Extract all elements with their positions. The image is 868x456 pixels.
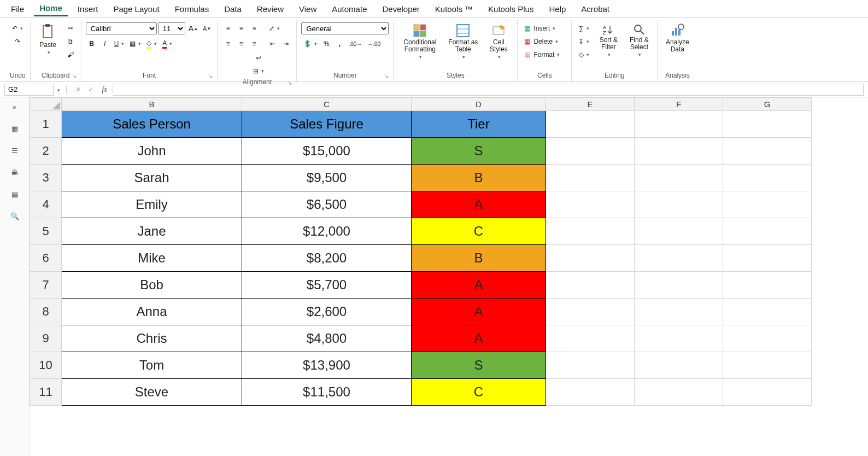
cell-person[interactable]: Steve bbox=[62, 379, 242, 406]
format-as-table-button[interactable]: Format as Table bbox=[445, 22, 481, 61]
paste-button[interactable]: Paste bbox=[35, 22, 61, 56]
cell[interactable] bbox=[635, 299, 723, 325]
cell-figure[interactable]: $9,500 bbox=[242, 165, 412, 191]
italic-button[interactable]: I bbox=[99, 38, 111, 50]
cell[interactable] bbox=[635, 138, 723, 165]
increase-font-button[interactable]: A▴ bbox=[186, 22, 200, 34]
row-header-1[interactable]: 1 bbox=[30, 111, 62, 138]
format-painter-button[interactable]: 🖌 bbox=[64, 49, 77, 61]
enter-formula-button[interactable]: ✓ bbox=[86, 85, 96, 93]
cell-tier[interactable]: C bbox=[412, 379, 546, 406]
cut-button[interactable]: ✂ bbox=[64, 22, 77, 34]
column-header-G[interactable]: G bbox=[723, 98, 812, 111]
delete-cells-button[interactable]: ▦Delete bbox=[522, 36, 567, 48]
cell[interactable] bbox=[723, 299, 812, 325]
decrease-indent-button[interactable]: ⇤ bbox=[267, 38, 279, 50]
sort-filter-button[interactable]: AZ Sort & Filter bbox=[595, 22, 622, 59]
row-header-7[interactable]: 7 bbox=[30, 272, 62, 299]
autosum-button[interactable]: ∑ bbox=[576, 22, 591, 34]
table-header-cell[interactable]: Sales Person bbox=[62, 111, 242, 138]
cancel-formula-button[interactable]: ✕ bbox=[73, 85, 84, 93]
table-header-cell[interactable]: Sales Figure bbox=[242, 111, 412, 138]
font-color-button[interactable]: A bbox=[160, 38, 174, 50]
cell-tier[interactable]: B bbox=[412, 165, 546, 191]
name-box-dropdown[interactable] bbox=[56, 85, 60, 93]
cell[interactable] bbox=[635, 325, 723, 352]
cell-tier[interactable]: A bbox=[412, 325, 546, 352]
cell[interactable] bbox=[546, 165, 635, 191]
percent-button[interactable]: % bbox=[320, 38, 332, 50]
menu-tab-kutools-[interactable]: Kutools ™ bbox=[430, 2, 478, 16]
insert-cells-button[interactable]: ▦Insert bbox=[522, 22, 567, 34]
cell-figure[interactable]: $6,500 bbox=[242, 191, 412, 218]
redo-button[interactable]: ↷ bbox=[10, 36, 25, 48]
siderail-btn-4[interactable]: ▤ bbox=[7, 188, 22, 200]
cell[interactable] bbox=[723, 191, 812, 218]
cell[interactable] bbox=[546, 218, 635, 245]
cell[interactable] bbox=[635, 191, 723, 218]
cell[interactable] bbox=[546, 325, 635, 352]
find-select-button[interactable]: Find & Select bbox=[625, 22, 653, 59]
siderail-btn-5[interactable]: 🔍 bbox=[7, 210, 22, 222]
align-top-button[interactable]: ≡ bbox=[222, 22, 234, 34]
column-header-E[interactable]: E bbox=[546, 98, 635, 111]
fill-button[interactable]: ↧ bbox=[576, 36, 591, 48]
menu-tab-page-layout[interactable]: Page Layout bbox=[108, 2, 165, 16]
column-header-F[interactable]: F bbox=[635, 98, 723, 111]
cell[interactable] bbox=[546, 111, 635, 138]
cell[interactable] bbox=[546, 245, 635, 272]
cell[interactable] bbox=[635, 272, 723, 299]
cell[interactable] bbox=[723, 272, 812, 299]
cell-figure[interactable]: $5,700 bbox=[242, 272, 412, 299]
cell[interactable] bbox=[546, 191, 635, 218]
comma-button[interactable]: , bbox=[333, 38, 345, 50]
bold-button[interactable]: B bbox=[86, 38, 98, 50]
row-header-4[interactable]: 4 bbox=[30, 191, 62, 218]
cell-figure[interactable]: $13,900 bbox=[242, 352, 412, 379]
cell-person[interactable]: Chris bbox=[62, 325, 242, 352]
menu-tab-formulas[interactable]: Formulas bbox=[169, 2, 215, 16]
cell[interactable] bbox=[635, 245, 723, 272]
cell[interactable] bbox=[546, 272, 635, 299]
cell-person[interactable]: Mike bbox=[62, 245, 242, 272]
cell[interactable] bbox=[546, 299, 635, 325]
cell-person[interactable]: Jane bbox=[62, 218, 242, 245]
cell[interactable] bbox=[723, 245, 812, 272]
cell[interactable] bbox=[635, 165, 723, 191]
cell[interactable] bbox=[723, 165, 812, 191]
cell[interactable] bbox=[723, 138, 812, 165]
cell-figure[interactable]: $11,500 bbox=[242, 379, 412, 406]
format-cells-button[interactable]: ▦Format bbox=[522, 49, 567, 61]
select-all-corner[interactable] bbox=[30, 98, 62, 111]
number-format-select[interactable]: General bbox=[301, 22, 389, 34]
cell-tier[interactable]: C bbox=[412, 218, 546, 245]
cell-tier[interactable]: S bbox=[412, 138, 546, 165]
menu-tab-data[interactable]: Data bbox=[219, 2, 247, 16]
cell-figure[interactable]: $4,800 bbox=[242, 325, 412, 352]
cell-tier[interactable]: A bbox=[412, 191, 546, 218]
cell-tier[interactable]: A bbox=[412, 299, 546, 325]
align-middle-button[interactable]: ≡ bbox=[235, 22, 247, 34]
row-header-5[interactable]: 5 bbox=[30, 218, 62, 245]
cell-figure[interactable]: $2,600 bbox=[242, 299, 412, 325]
menu-tab-acrobat[interactable]: Acrobat bbox=[576, 2, 615, 16]
orientation-button[interactable]: ⤢ bbox=[267, 22, 282, 34]
clear-button[interactable]: ◇ bbox=[576, 49, 591, 61]
cell[interactable] bbox=[723, 218, 812, 245]
cell[interactable] bbox=[546, 379, 635, 406]
align-center-button[interactable]: ≡ bbox=[235, 38, 247, 50]
cell-figure[interactable]: $15,000 bbox=[242, 138, 412, 165]
cell[interactable] bbox=[546, 138, 635, 165]
conditional-formatting-button[interactable]: Conditional Formatting bbox=[398, 22, 442, 61]
cell[interactable] bbox=[546, 352, 635, 379]
row-header-8[interactable]: 8 bbox=[30, 299, 62, 325]
cell[interactable] bbox=[723, 379, 812, 406]
cell-person[interactable]: John bbox=[62, 138, 242, 165]
analyze-data-button[interactable]: Analyze Data bbox=[662, 22, 693, 54]
row-header-11[interactable]: 11 bbox=[30, 379, 62, 406]
cell-figure[interactable]: $8,200 bbox=[242, 245, 412, 272]
cell-person[interactable]: Tom bbox=[62, 352, 242, 379]
cell-styles-button[interactable]: Cell Styles bbox=[484, 22, 513, 61]
row-header-10[interactable]: 10 bbox=[30, 352, 62, 379]
siderail-btn-3[interactable]: 🖶 bbox=[7, 166, 22, 178]
